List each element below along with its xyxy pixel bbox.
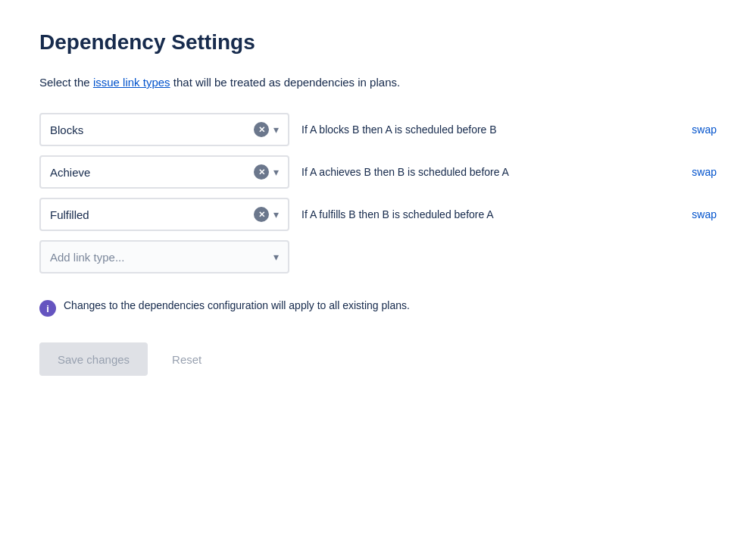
blocks-description: If A blocks B then A is scheduled before… <box>301 123 673 136</box>
blocks-chevron-icon: ▾ <box>273 124 279 135</box>
fulfilled-select-icons: ▾ <box>254 207 279 222</box>
blocks-clear-icon[interactable] <box>254 122 269 137</box>
blocks-select[interactable]: Blocks ▾ <box>39 113 289 146</box>
fulfilled-select[interactable]: Fulfilled ▾ <box>39 198 289 231</box>
add-link-type-placeholder: Add link type... <box>50 251 273 264</box>
blocks-select-label: Blocks <box>50 123 254 136</box>
add-link-type-select[interactable]: Add link type... ▾ <box>39 240 289 274</box>
fulfilled-select-wrapper: Fulfilled ▾ <box>39 198 289 231</box>
blocks-select-icons: ▾ <box>254 122 279 137</box>
reset-button[interactable]: Reset <box>160 342 214 376</box>
table-row: Fulfilled ▾ If A fulfills B then B is sc… <box>39 198 717 231</box>
blocks-select-wrapper: Blocks ▾ <box>39 113 289 146</box>
fulfilled-swap-link[interactable]: swap <box>692 208 717 220</box>
achieve-swap-link[interactable]: swap <box>692 166 717 178</box>
achieve-select[interactable]: Achieve ▾ <box>39 155 289 189</box>
actions-row: Save changes Reset <box>39 342 717 376</box>
achieve-chevron-icon: ▾ <box>273 167 279 177</box>
save-changes-button[interactable]: Save changes <box>39 342 148 376</box>
add-link-type-chevron-icon: ▾ <box>273 252 279 262</box>
info-message: Changes to the dependencies configuratio… <box>64 299 410 311</box>
fulfilled-description: If A fulfills B then B is scheduled befo… <box>301 208 673 220</box>
achieve-select-icons: ▾ <box>254 164 279 180</box>
info-box: i Changes to the dependencies configurat… <box>39 298 717 318</box>
table-row: Blocks ▾ If A blocks B then A is schedul… <box>39 113 717 146</box>
achieve-clear-icon[interactable] <box>254 164 269 180</box>
description-prefix: Select the <box>39 76 93 89</box>
fulfilled-select-label: Fulfilled <box>50 208 254 221</box>
description-suffix: that will be treated as dependencies in … <box>173 76 400 89</box>
add-link-type-wrapper: Add link type... ▾ <box>39 240 289 274</box>
blocks-swap-link[interactable]: swap <box>692 123 717 136</box>
info-icon: i <box>39 300 56 317</box>
achieve-select-wrapper: Achieve ▾ <box>39 155 289 189</box>
page-title: Dependency Settings <box>39 30 717 55</box>
add-link-type-icons: ▾ <box>273 252 279 262</box>
add-link-type-row: Add link type... ▾ <box>39 240 717 274</box>
fulfilled-clear-icon[interactable] <box>254 207 269 222</box>
description-text: Select the issue link types that will be… <box>39 76 717 89</box>
info-icon-label: i <box>46 304 49 314</box>
table-row: Achieve ▾ If A achieves B then B is sche… <box>39 155 717 189</box>
issue-link-types-link[interactable]: issue link types <box>93 76 170 89</box>
achieve-description: If A achieves B then B is scheduled befo… <box>301 166 673 178</box>
link-types-list: Blocks ▾ If A blocks B then A is schedul… <box>39 113 717 274</box>
achieve-select-label: Achieve <box>50 166 254 179</box>
fulfilled-chevron-icon: ▾ <box>273 209 279 220</box>
